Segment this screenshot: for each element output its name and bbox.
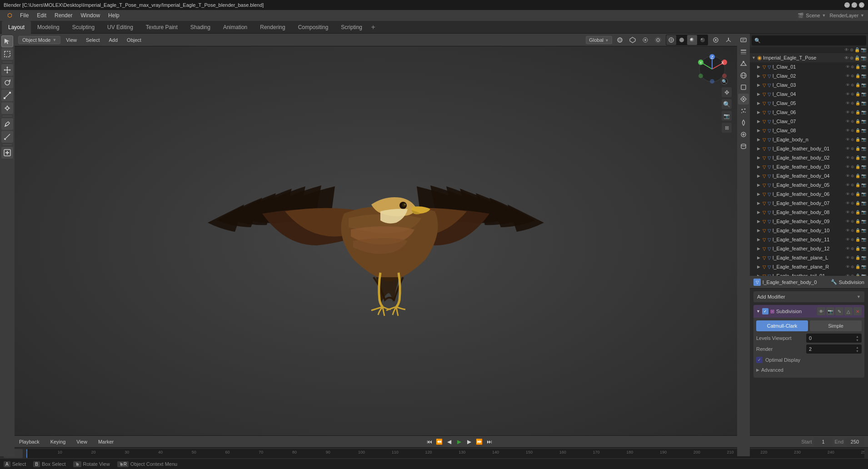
blender-logo-menu[interactable]: ⬡ bbox=[4, 11, 15, 20]
tool-annotate[interactable] bbox=[1, 118, 13, 130]
tool-transform[interactable] bbox=[1, 102, 13, 114]
tab-uv-editing[interactable]: UV Editing bbox=[101, 21, 140, 34]
props-tab-modifiers[interactable] bbox=[738, 94, 749, 105]
tool-add[interactable] bbox=[1, 147, 13, 159]
jump-start-btn[interactable]: ⏮ bbox=[425, 437, 434, 446]
snap-icon[interactable] bbox=[640, 35, 650, 45]
tool-rotate[interactable] bbox=[1, 77, 13, 89]
outliner-item-11[interactable]: ▶ ▽ ▽ l_Eagle_feather_body_03 👁⊕🔒📷 bbox=[750, 162, 868, 171]
prev-keyframe-btn[interactable]: ⏪ bbox=[435, 437, 444, 446]
play-btn[interactable]: ▶ bbox=[455, 437, 464, 446]
outliner-root-item[interactable]: ▼ ◉ Imperial_Eagle_T_Pose 👁⊕🔒📷 bbox=[750, 53, 868, 62]
modifier-edit-btn[interactable]: ✎ bbox=[835, 307, 843, 315]
end-frame-input[interactable]: 250 bbox=[845, 437, 864, 446]
outliner-item-18[interactable]: ▶ ▽ ▽ l_Eagle_feather_body_10 👁⊕🔒📷 bbox=[750, 226, 868, 235]
tool-cursor[interactable] bbox=[1, 35, 13, 47]
timeline-marker-btn[interactable]: Marker bbox=[95, 438, 117, 445]
outliner-content[interactable]: ▼ ◉ Imperial_Eagle_T_Pose 👁⊕🔒📷 ▶ ▽ ▽ l_C… bbox=[750, 53, 868, 276]
scene-selector[interactable]: 🎬 Scene ▼ bbox=[798, 13, 826, 19]
menu-help[interactable]: Help bbox=[105, 11, 123, 20]
props-tab-output[interactable] bbox=[738, 35, 749, 45]
menu-edit[interactable]: Edit bbox=[33, 11, 50, 20]
modifier-expand-icon[interactable]: ▼ bbox=[756, 309, 760, 314]
tool-select-box[interactable] bbox=[1, 48, 13, 60]
start-frame-input[interactable]: 1 bbox=[813, 437, 833, 446]
rendered-shading-btn[interactable] bbox=[698, 35, 708, 45]
proportional-edit-icon[interactable] bbox=[653, 35, 663, 45]
header-select-btn[interactable]: Select bbox=[82, 36, 104, 44]
outliner-item-17[interactable]: ▶ ▽ ▽ l_Eagle_feather_body_09 👁⊕🔒📷 bbox=[750, 217, 868, 226]
camera-icon[interactable]: 📷 bbox=[722, 111, 732, 121]
outliner-item-1[interactable]: ▶ ▽ ▽ l_Claw_02 👁⊕🔒📷 bbox=[750, 71, 868, 80]
outliner-item-10[interactable]: ▶ ▽ ▽ l_Eagle_feather_body_02 👁⊕🔒📷 bbox=[750, 153, 868, 162]
timeline-view-btn[interactable]: View bbox=[73, 438, 91, 445]
advanced-section[interactable]: ▶ Advanced bbox=[756, 365, 862, 375]
material-shading-btn[interactable] bbox=[687, 35, 697, 45]
tool-scale[interactable] bbox=[1, 90, 13, 101]
viewport-gizmo[interactable]: X Y Z 🔍 bbox=[696, 53, 728, 85]
props-tab-data[interactable] bbox=[738, 141, 749, 152]
header-add-btn[interactable]: Add bbox=[105, 36, 122, 44]
outliner-item-12[interactable]: ▶ ▽ ▽ l_Eagle_feather_body_04 👁⊕🔒📷 bbox=[750, 171, 868, 180]
tab-modeling[interactable]: Modeling bbox=[31, 21, 66, 34]
modifier-render-btn[interactable]: 📷 bbox=[826, 307, 834, 315]
menu-window[interactable]: Window bbox=[77, 11, 104, 20]
outliner-item-4[interactable]: ▶ ▽ ▽ l_Claw_05 👁⊕🔒📷 bbox=[750, 99, 868, 108]
timeline-playback-btn[interactable]: Playback bbox=[15, 438, 43, 445]
props-tab-constraints[interactable] bbox=[738, 129, 749, 140]
modifier-cage-btn[interactable]: △ bbox=[844, 307, 853, 315]
menu-render[interactable]: Render bbox=[51, 11, 76, 20]
add-modifier-btn[interactable]: Add Modifier ▼ bbox=[753, 291, 864, 302]
levels-viewport-input[interactable]: 0 ▲▼ bbox=[806, 334, 862, 343]
outliner-item-3[interactable]: ▶ ▽ ▽ l_Claw_04 👁⊕🔒📷 bbox=[750, 90, 868, 99]
minimize-btn[interactable]: ─ bbox=[844, 2, 850, 8]
catmull-clark-btn[interactable]: Catmull-Clark bbox=[756, 320, 808, 331]
header-view-btn[interactable]: View bbox=[62, 36, 80, 44]
outliner-item-22[interactable]: ▶ ▽ ▽ l_Eagle_feather_plane_R 👁⊕🔒📷 bbox=[750, 262, 868, 271]
tab-layout[interactable]: Layout bbox=[2, 21, 31, 34]
render-layer-selector[interactable]: RenderLayer ▼ bbox=[829, 13, 864, 18]
outliner-item-23[interactable]: ▶ ▽ ▽ l_Eagle_feather_tail_01 👁⊕🔒📷 bbox=[750, 271, 868, 276]
solid-shading-btn[interactable] bbox=[677, 35, 687, 45]
outliner-item-13[interactable]: ▶ ▽ ▽ l_Eagle_feather_body_05 👁⊕🔒📷 bbox=[750, 180, 868, 190]
mode-dropdown[interactable]: Object Mode ▼ bbox=[18, 36, 60, 44]
tab-sculpting[interactable]: Sculpting bbox=[66, 21, 101, 34]
timeline-keying-btn[interactable]: Keying bbox=[47, 438, 70, 445]
tool-move[interactable] bbox=[1, 64, 13, 76]
outliner-item-21[interactable]: ▶ ▽ ▽ l_Eagle_feather_plane_L 👁⊕🔒📷 bbox=[750, 253, 868, 262]
tab-shading[interactable]: Shading bbox=[184, 21, 217, 34]
props-tab-particles[interactable] bbox=[738, 105, 749, 116]
tab-animation[interactable]: Animation bbox=[217, 21, 254, 34]
menu-file[interactable]: File bbox=[16, 11, 32, 20]
outliner-item-5[interactable]: ▶ ▽ ▽ l_Claw_06 👁⊕🔒📷 bbox=[750, 108, 868, 117]
outliner-item-8[interactable]: ▶ ▽ ▽ l_Eagle_body_n 👁⊕🔒📷 bbox=[750, 135, 868, 144]
main-viewport[interactable]: X Y Z 🔍 ✥ 🔍 📷 ⊞ bbox=[15, 46, 737, 435]
add-workspace-btn[interactable]: + bbox=[369, 23, 378, 32]
viewport-content[interactable]: X Y Z 🔍 ✥ 🔍 📷 ⊞ bbox=[15, 46, 737, 435]
tab-rendering[interactable]: Rendering bbox=[254, 21, 291, 34]
maximize-btn[interactable]: □ bbox=[852, 2, 857, 8]
props-tab-object[interactable] bbox=[738, 82, 749, 93]
transform-icon-1[interactable] bbox=[615, 35, 625, 45]
transform-icon-2[interactable] bbox=[628, 35, 638, 45]
simple-btn[interactable]: Simple bbox=[810, 320, 862, 331]
props-tab-view-layer[interactable] bbox=[738, 46, 749, 57]
tool-measure[interactable] bbox=[1, 131, 13, 143]
outliner-item-7[interactable]: ▶ ▽ ▽ l_Claw_08 👁⊕🔒📷 bbox=[750, 126, 868, 135]
optimal-display-checkbox[interactable]: ✓ bbox=[756, 357, 763, 363]
transform-global-dropdown[interactable]: Global ▼ bbox=[586, 36, 612, 44]
tab-texture-paint[interactable]: Texture Paint bbox=[140, 21, 184, 34]
tab-compositing[interactable]: Compositing bbox=[292, 21, 335, 34]
modifier-enable-checkbox[interactable]: ✓ bbox=[762, 308, 768, 314]
outliner-item-19[interactable]: ▶ ▽ ▽ l_Eagle_feather_body_11 👁⊕🔒📷 bbox=[750, 235, 868, 244]
next-keyframe-btn[interactable]: ⏩ bbox=[475, 437, 484, 446]
ortho-icon[interactable]: ⊞ bbox=[722, 123, 732, 133]
prev-frame-btn[interactable]: ◀ bbox=[445, 437, 454, 446]
header-object-btn[interactable]: Object bbox=[123, 36, 145, 44]
zoom-icon[interactable]: 🔍 bbox=[722, 99, 732, 109]
outliner-item-6[interactable]: ▶ ▽ ▽ l_Claw_07 👁⊕🔒📷 bbox=[750, 117, 868, 126]
modifier-delete-btn[interactable]: ✕ bbox=[853, 307, 862, 315]
pan-icon[interactable]: ✥ bbox=[722, 87, 732, 97]
viewport-overlays-btn[interactable] bbox=[711, 35, 721, 45]
jump-end-btn[interactable]: ⏭ bbox=[485, 437, 494, 446]
